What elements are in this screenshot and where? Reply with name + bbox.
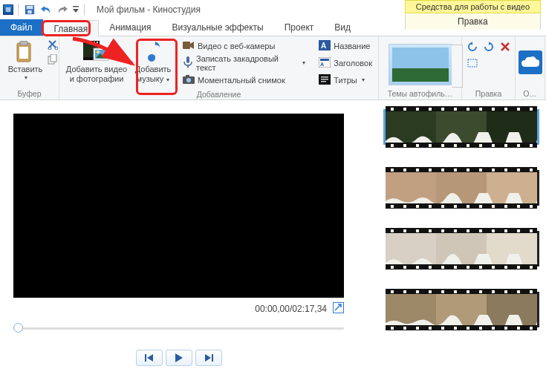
svg-rect-35	[321, 76, 328, 78]
tab-visual-effects[interactable]: Визуальные эффекты	[162, 19, 274, 36]
rotate-left-icon[interactable]	[465, 39, 480, 54]
heading-button[interactable]: A Заголовок	[316, 55, 375, 71]
chevron-down-icon: ▾	[165, 76, 169, 83]
group-add: Добавить видеои фотографии Добавитьмузык…	[59, 36, 379, 99]
group-share: О…	[516, 36, 545, 99]
qat-dropdown-icon[interactable]	[71, 2, 80, 17]
svg-rect-4	[73, 6, 79, 7]
copy-icon[interactable]	[48, 54, 58, 66]
video-preview[interactable]	[13, 114, 344, 298]
svg-rect-0	[6, 7, 10, 12]
svg-rect-32	[320, 59, 329, 61]
playback-controls	[13, 350, 344, 366]
chevron-down-icon: ▾	[302, 59, 305, 66]
app-icon	[3, 4, 13, 15]
automovie-themes-gallery[interactable]	[389, 44, 452, 85]
chevron-down-icon: ▾	[362, 76, 365, 83]
webcam-button[interactable]: Видео с веб-камеры	[180, 38, 308, 54]
svg-rect-16	[88, 42, 89, 43]
title-button[interactable]: A Название	[316, 38, 375, 54]
clip[interactable]	[383, 170, 539, 206]
ribbon: Вставить ▾ Буфер Добавить видеои фотогра…	[0, 36, 546, 100]
clip[interactable]	[383, 292, 539, 327]
add-media-button[interactable]: Добавить видеои фотографии	[62, 38, 131, 85]
fullscreen-icon[interactable]	[333, 302, 344, 316]
svg-rect-7	[19, 47, 28, 59]
narration-button[interactable]: Записать закадровый текст ▾	[180, 55, 308, 71]
clipboard-icon	[16, 39, 35, 65]
svg-rect-37	[321, 81, 326, 82]
svg-rect-19	[97, 42, 98, 43]
contextual-label: Средства для работы с видео	[405, 0, 541, 13]
svg-rect-17	[91, 42, 92, 43]
separator	[84, 4, 85, 16]
redo-icon[interactable]	[55, 2, 70, 17]
microphone-icon	[183, 56, 193, 70]
camera-icon	[183, 75, 195, 85]
seek-slider[interactable]	[13, 323, 344, 333]
svg-rect-42	[212, 354, 213, 362]
contextual-tab-group: Средства для работы с видео Правка	[405, 0, 541, 30]
svg-rect-41	[145, 354, 146, 362]
snapshot-button[interactable]: Моментальный снимок	[180, 72, 308, 88]
svg-text:A: A	[321, 42, 326, 50]
svg-rect-2	[27, 6, 33, 9]
svg-rect-25	[187, 65, 189, 68]
prev-frame-button[interactable]	[136, 350, 163, 366]
tab-project[interactable]: Проект	[274, 19, 325, 36]
clip-selected[interactable]	[383, 109, 539, 145]
separator	[18, 4, 19, 16]
tab-edit-video[interactable]: Правка	[405, 13, 541, 30]
cut-icon[interactable]	[48, 39, 58, 51]
svg-rect-15	[85, 42, 86, 43]
play-button[interactable]	[166, 350, 192, 366]
svg-rect-11	[51, 54, 56, 62]
svg-point-27	[186, 78, 191, 82]
onedrive-icon[interactable]	[519, 50, 542, 76]
tab-file[interactable]: Файл	[0, 19, 43, 36]
group-themes: Темы автофиль…	[379, 36, 462, 99]
filmstrip-photo-icon	[83, 39, 110, 65]
svg-rect-36	[321, 79, 328, 80]
svg-text:A: A	[320, 62, 324, 67]
tab-view[interactable]: Вид	[324, 19, 361, 36]
save-icon[interactable]	[22, 2, 37, 17]
webcam-icon	[183, 40, 195, 52]
svg-rect-38	[468, 59, 477, 67]
storyboard-pane	[379, 100, 546, 392]
svg-point-9	[55, 47, 58, 50]
credits-icon	[319, 74, 331, 86]
clip[interactable]	[383, 231, 539, 267]
undo-icon[interactable]	[39, 2, 53, 17]
rotate-right-icon[interactable]	[481, 39, 496, 54]
group-buffer: Вставить ▾ Буфер	[0, 36, 59, 99]
title-icon: A	[319, 40, 331, 52]
svg-rect-6	[20, 41, 27, 45]
svg-rect-23	[183, 42, 190, 49]
svg-rect-3	[27, 10, 31, 13]
select-all-icon[interactable]	[465, 56, 480, 71]
paste-button[interactable]: Вставить ▾	[3, 38, 48, 82]
tab-home[interactable]: Главная	[43, 20, 100, 36]
title-bar: Мой фильм - Киностудия Средства для рабо…	[0, 0, 546, 19]
music-note-icon	[143, 39, 163, 65]
work-area: 00:00,00/02:17,34	[0, 100, 546, 392]
chevron-down-icon: ▾	[25, 74, 27, 81]
svg-rect-18	[94, 42, 95, 43]
group-edit: Правка	[462, 36, 516, 99]
credits-button[interactable]: Титры ▾	[316, 72, 375, 88]
svg-point-22	[97, 50, 100, 53]
preview-pane: 00:00,00/02:17,34	[0, 100, 379, 392]
tab-animation[interactable]: Анимация	[99, 19, 161, 36]
delete-icon[interactable]	[498, 39, 513, 54]
add-music-button[interactable]: Добавитьмузыку ▾	[131, 38, 175, 85]
next-frame-button[interactable]	[195, 350, 222, 366]
svg-rect-24	[186, 56, 189, 63]
timecode: 00:00,00/02:17,34	[255, 304, 327, 314]
svg-rect-28	[186, 75, 189, 77]
heading-icon: A	[319, 57, 331, 69]
window-title: Мой фильм - Киностудия	[97, 4, 201, 15]
